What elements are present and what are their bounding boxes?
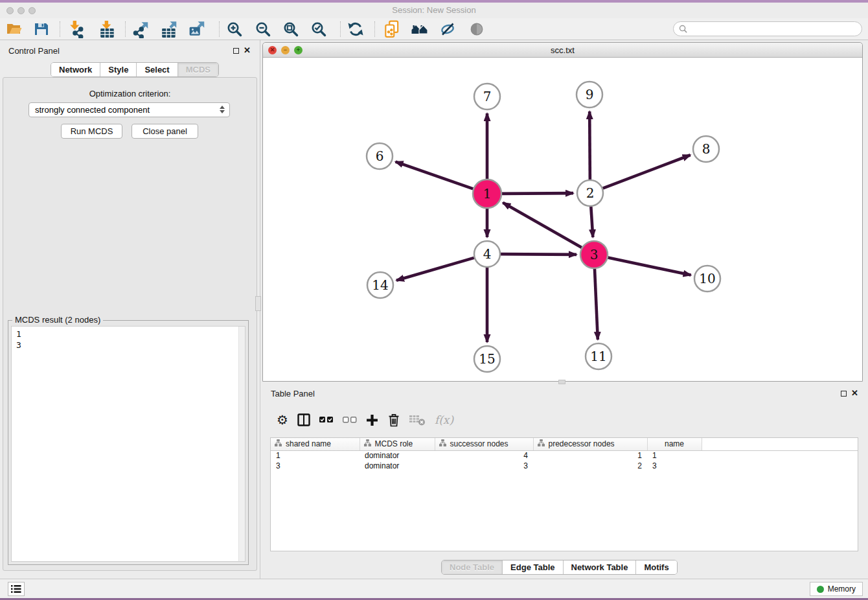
toolbar-separator: [374, 21, 375, 37]
import-network-icon[interactable]: [65, 19, 87, 39]
network-window-title: scc.txt: [263, 43, 862, 58]
close-table-panel-icon[interactable]: ✕: [851, 390, 858, 397]
edge-3-1[interactable]: [503, 203, 582, 248]
zoom-fit-icon[interactable]: [280, 19, 302, 39]
table-header-row: shared nameMCDS rolesuccessor nodesprede…: [271, 438, 858, 450]
tab-node-table[interactable]: Node Table: [442, 560, 503, 574]
graph-node-label-14: 14: [372, 277, 388, 293]
home-houses-icon[interactable]: [409, 19, 431, 39]
optimization-criterion-label: Optimization criterion:: [0, 89, 260, 98]
zoom-out-icon[interactable]: [252, 19, 274, 39]
edge-4-14[interactable]: [396, 258, 474, 281]
titlebar: Session: New Session: [0, 3, 868, 18]
minimize-window-button[interactable]: [17, 7, 25, 14]
refresh-layout-icon[interactable]: [345, 19, 367, 39]
zoom-window-button[interactable]: [29, 7, 36, 14]
zoom-selected-icon[interactable]: [308, 19, 330, 39]
result-scrollbar[interactable]: [238, 327, 245, 561]
export-network-icon[interactable]: [130, 19, 152, 39]
edge-1-2[interactable]: [502, 193, 573, 194]
open-session-icon[interactable]: [3, 19, 25, 39]
graph-node-label-8: 8: [702, 141, 711, 157]
edge-1-6[interactable]: [396, 162, 474, 189]
horizontal-splitter-grip[interactable]: [558, 380, 565, 384]
column-header-name[interactable]: name: [647, 438, 702, 450]
search-box[interactable]: [673, 21, 862, 36]
column-header-predecessor-nodes[interactable]: predecessor nodes: [533, 438, 647, 450]
table-panel-title: Table Panel: [271, 389, 315, 398]
vertical-splitter-grip[interactable]: [255, 296, 261, 311]
export-image-icon[interactable]: [187, 19, 209, 39]
tab-motifs[interactable]: Motifs: [636, 560, 676, 574]
network-window-titlebar[interactable]: ✕ − + scc.txt: [263, 43, 862, 58]
show-all-columns-icon[interactable]: [319, 417, 334, 423]
search-input[interactable]: [691, 25, 856, 34]
graph-node-label-6: 6: [376, 148, 384, 164]
table-row[interactable]: 3dominator323: [271, 461, 858, 471]
criterion-select[interactable]: strongly connected component: [29, 102, 230, 117]
delete-column-icon[interactable]: [387, 413, 400, 427]
column-header-successor-nodes[interactable]: successor nodes: [435, 438, 533, 450]
run-mcds-button[interactable]: Run MCDS: [61, 124, 122, 139]
task-list-button[interactable]: [8, 582, 25, 596]
delete-table-icon[interactable]: [409, 414, 426, 426]
minimize-network-icon[interactable]: −: [281, 46, 290, 54]
settings-gear-icon[interactable]: ⚙: [277, 413, 288, 426]
graph-node-label-9: 9: [586, 87, 594, 102]
graph-node-label-7: 7: [483, 89, 492, 104]
list-icon: [11, 584, 21, 594]
table-panel-tabs: Node TableEdge TableNetwork TableMotifs: [441, 560, 678, 575]
hide-all-columns-icon[interactable]: [343, 417, 357, 423]
birds-eye-view-icon[interactable]: [466, 19, 488, 39]
mcds-result-title: MCDS result (2 nodes): [12, 315, 103, 325]
control-panel-window-controls: ✕: [233, 47, 251, 54]
function-builder-icon[interactable]: f(x): [435, 413, 453, 426]
float-table-panel-icon[interactable]: [841, 391, 847, 397]
search-icon: [679, 25, 687, 33]
close-panel-icon[interactable]: ✕: [244, 47, 251, 54]
save-session-icon[interactable]: [30, 19, 52, 39]
export-table-icon[interactable]: [159, 19, 181, 39]
tab-mcds[interactable]: MCDS: [178, 63, 218, 76]
maximize-network-icon[interactable]: +: [294, 46, 303, 54]
edge-3-11[interactable]: [595, 269, 598, 340]
float-panel-icon[interactable]: [233, 48, 239, 54]
split-columns-icon[interactable]: [297, 413, 310, 426]
toolbar-separator: [60, 21, 60, 37]
mcds-result-text: 1 3: [12, 327, 245, 352]
mcds-result-area[interactable]: 1 3: [11, 326, 246, 562]
tab-network-table[interactable]: Network Table: [564, 560, 637, 574]
tab-edge-table[interactable]: Edge Table: [503, 560, 563, 574]
zoom-in-icon[interactable]: [223, 19, 246, 39]
memory-status-icon: [817, 586, 824, 593]
edge-4-3[interactable]: [501, 254, 577, 255]
duplicate-network-icon[interactable]: [381, 19, 403, 39]
edge-2-3[interactable]: [591, 207, 593, 237]
column-header-MCDS-role[interactable]: MCDS role: [360, 438, 435, 450]
table-row[interactable]: 1dominator411: [271, 450, 858, 461]
hide-graphics-details-icon[interactable]: [437, 19, 459, 39]
close-panel-button[interactable]: Close panel: [131, 124, 198, 139]
edge-2-8[interactable]: [603, 155, 691, 188]
tab-network[interactable]: Network: [51, 63, 100, 76]
status-bar: Memory: [0, 579, 868, 598]
close-network-icon[interactable]: ✕: [268, 46, 277, 54]
graph-node-label-3: 3: [590, 247, 599, 262]
table-toolbar: ⚙ f(x): [270, 407, 858, 433]
toolbar-separator: [340, 21, 341, 37]
add-column-icon[interactable]: [366, 414, 378, 426]
hierarchy-icon: [439, 439, 446, 448]
tab-style[interactable]: Style: [100, 63, 137, 76]
edge-3-10[interactable]: [608, 258, 691, 275]
memory-button[interactable]: Memory: [810, 582, 863, 596]
column-header-shared-name[interactable]: shared name: [271, 438, 360, 450]
hierarchy-icon: [364, 439, 371, 448]
main-toolbar: [0, 18, 868, 40]
edge-2-9[interactable]: [589, 111, 590, 179]
graph-node-label-15: 15: [479, 351, 495, 367]
network-canvas[interactable]: 7968124314101511: [264, 58, 862, 382]
import-table-icon[interactable]: [97, 19, 119, 39]
close-window-button[interactable]: [6, 7, 14, 14]
tab-select[interactable]: Select: [137, 63, 177, 76]
graph-node-label-2: 2: [586, 185, 595, 201]
